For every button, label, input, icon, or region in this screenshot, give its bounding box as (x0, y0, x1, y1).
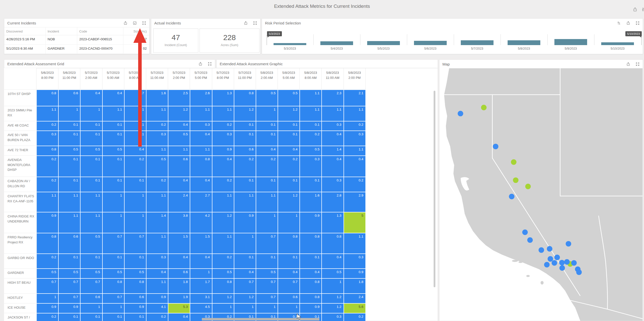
grid-cell[interactable]: 0.2 (212, 177, 234, 192)
grid-cell[interactable]: 0.3 (36, 131, 58, 146)
grid-cell[interactable]: 0.2 (256, 156, 278, 177)
grid-cell[interactable]: 1.1 (344, 146, 366, 156)
horizontal-scrollbar-thumb[interactable] (202, 318, 319, 320)
grid-cell[interactable]: 0.1 (102, 121, 124, 131)
grid-cell[interactable]: 0.6 (58, 90, 80, 106)
grid-cell[interactable]: 0.3 (146, 131, 168, 146)
map-dot-green[interactable] (511, 159, 516, 165)
grid-cell[interactable]: 0.1 (80, 121, 102, 131)
grid-cell[interactable]: 1.1 (146, 146, 168, 156)
grid-cell[interactable]: 2.9 (344, 192, 366, 212)
grid-cell[interactable]: 0.1 (80, 156, 102, 177)
grid-cell[interactable]: 1.6 (300, 192, 322, 212)
risk-bar[interactable] (508, 40, 540, 45)
grid-cell[interactable]: 0.7 (256, 233, 278, 254)
grid-cell[interactable]: 1 (58, 106, 80, 121)
grid-cell[interactable]: 0.2 (344, 121, 366, 131)
grid-cell[interactable]: 0.7 (102, 233, 124, 254)
grid-cell[interactable]: 0.2 (300, 131, 322, 146)
grid-cell[interactable]: 1.1 (80, 192, 102, 212)
grid-cell[interactable]: 0.1 (80, 313, 102, 321)
expand-icon[interactable] (253, 21, 257, 25)
grid-cell[interactable]: 0.6 (80, 294, 102, 303)
grid-cell[interactable]: 2.5 (168, 90, 190, 106)
grid-cell[interactable]: 1 (234, 233, 256, 254)
grid-row-label[interactable]: 10TH ST DHSP (4, 90, 36, 106)
grid-row-label[interactable]: HOSTLEY (4, 294, 36, 303)
grid-cell[interactable]: 0.9 (300, 212, 322, 233)
filter-sliders-icon[interactable] (641, 7, 644, 12)
grid-row-label[interactable]: GARDNER (4, 269, 36, 278)
grid-cell[interactable]: 0.9 (36, 303, 58, 313)
grid-cell[interactable]: 0.5 (124, 269, 146, 278)
grid-cell[interactable]: 0.7 (58, 278, 80, 294)
grid-cell[interactable]: 1.2 (322, 294, 344, 303)
table-row[interactable]: 4/26/2023 5:16 PMNOB2023-CABDF-00651527 (4, 35, 149, 45)
grid-cell[interactable]: 0.1 (300, 121, 322, 131)
grid-cell[interactable]: 0.1 (256, 254, 278, 269)
map-dot-blue[interactable] (544, 262, 550, 267)
grid-cell[interactable]: 0.7 (256, 294, 278, 303)
grid-cell[interactable]: 0.5 (80, 233, 102, 254)
grid-cell[interactable]: 0.4 (168, 177, 190, 192)
grid-cell[interactable]: 1 (102, 303, 124, 313)
grid-cell[interactable]: 1.1 (212, 233, 234, 254)
grid-cell[interactable]: 1.2 (322, 303, 344, 313)
grid-cell[interactable]: 1.1 (234, 192, 256, 212)
grid-cell[interactable]: 0.2 (234, 156, 256, 177)
grid-cell[interactable]: 0.2 (36, 254, 58, 269)
grid-cell[interactable]: 0.1 (124, 121, 146, 131)
grid-cell[interactable]: 0.4 (212, 156, 234, 177)
grid-cell[interactable]: 1.2 (212, 212, 234, 233)
grid-cell[interactable]: 1.1 (212, 192, 234, 212)
grid-cell[interactable]: 1.1 (102, 106, 124, 121)
grid-cell[interactable]: 1 (322, 278, 344, 294)
grid-cell[interactable]: 0.4 (322, 156, 344, 177)
grid-cell[interactable]: 1.2 (234, 106, 256, 121)
grid-cell[interactable]: 1 (256, 303, 278, 313)
grid-cell[interactable]: 0.4 (146, 269, 168, 278)
grid-cell[interactable]: 0.2 (212, 121, 234, 131)
map-dot-blue[interactable] (539, 247, 544, 253)
grid-cell[interactable]: 1.8 (168, 278, 190, 294)
grid-cell[interactable]: 1.1 (212, 106, 234, 121)
grid-cell[interactable]: 0.1 (256, 131, 278, 146)
grid-cell[interactable]: 0.5 (300, 146, 322, 156)
grid-row-label[interactable]: AVE 48 COAC (4, 121, 36, 131)
grid-cell[interactable]: 0.8 (322, 233, 344, 254)
share-icon[interactable] (244, 21, 248, 25)
grid-cell[interactable]: 0.1 (58, 177, 80, 192)
grid-cell[interactable]: 0.6 (168, 269, 190, 278)
grid-cell[interactable]: 0.4 (168, 313, 190, 321)
grid-cell[interactable]: 0.3 (322, 177, 344, 192)
grid-cell[interactable]: 0.1 (124, 131, 146, 146)
grid-cell[interactable]: 1.1 (190, 146, 212, 156)
grid-cell[interactable]: 0.7 (124, 90, 146, 106)
map-dot-blue[interactable] (559, 260, 565, 265)
grid-cell[interactable]: 0.1 (80, 254, 102, 269)
grid-cell[interactable]: 0.4 (190, 177, 212, 192)
grid-cell[interactable]: 2.6 (190, 90, 212, 106)
grid-cell[interactable]: 1.2 (212, 294, 234, 303)
grid-cell[interactable]: 0.8 (190, 156, 212, 177)
grid-cell[interactable]: 1 (278, 212, 300, 233)
grid-cell[interactable]: 2.3 (322, 90, 344, 106)
map-dot-blue[interactable] (522, 230, 528, 235)
grid-cell[interactable]: 1 (124, 106, 146, 121)
grid-row-label[interactable]: JACKSON ST / (4, 313, 36, 321)
grid-cell[interactable]: 0.4 (168, 121, 190, 131)
grid-cell[interactable]: 1 (212, 303, 234, 313)
grid-cell[interactable]: 1.1 (58, 192, 80, 212)
map-dot-blue[interactable] (571, 260, 577, 266)
grid-cell[interactable]: 1.6 (146, 90, 168, 106)
grid-cell[interactable]: 0.3 (300, 156, 322, 177)
grid-row-label[interactable]: CABAZON AV / DILLON RD (4, 177, 36, 192)
grid-cell[interactable]: 0.1 (58, 121, 80, 131)
grid-cell[interactable]: 1 (190, 269, 212, 278)
grid-cell[interactable]: 0.1 (124, 254, 146, 269)
grid-cell[interactable]: 5.6 (344, 303, 366, 313)
grid-cell[interactable]: 5 (344, 212, 366, 233)
grid-cell[interactable]: 0.8 (124, 278, 146, 294)
grid-cell[interactable]: 1.1 (256, 192, 278, 212)
grid-cell[interactable]: 4.1 (146, 303, 168, 313)
